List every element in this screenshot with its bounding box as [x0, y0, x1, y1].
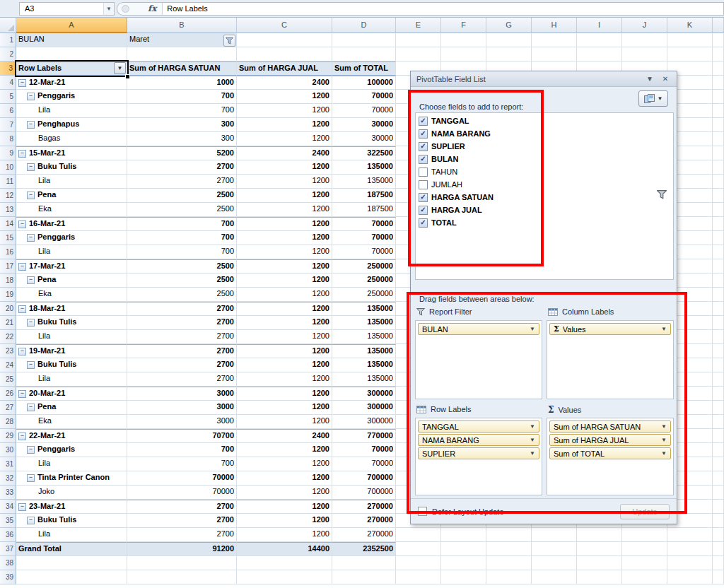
cell-A18[interactable]: −Pena — [16, 274, 127, 288]
cell-A11[interactable]: Lila — [16, 175, 127, 189]
cell-B38[interactable] — [127, 556, 237, 570]
cell-B7[interactable]: 300 — [127, 118, 237, 132]
cell-B34[interactable]: 2700 — [127, 500, 237, 514]
row-header-6[interactable]: 6 — [0, 104, 16, 118]
cell-A9[interactable]: −15-Mar-21 — [16, 146, 127, 160]
cell-C33[interactable]: 1200 — [237, 486, 332, 500]
field-item-bulan[interactable]: ✓BULAN — [416, 153, 673, 165]
cell-B24[interactable]: 2700 — [127, 358, 237, 372]
cell-X19[interactable] — [713, 288, 724, 302]
cell-D13[interactable]: 187500 — [332, 203, 396, 217]
cell-C34[interactable]: 1200 — [237, 500, 332, 514]
cell-A35[interactable]: −Buku Tulis — [16, 514, 127, 528]
field-checkbox[interactable]: ✓ — [419, 155, 428, 164]
cell-C8[interactable]: 1200 — [237, 132, 332, 146]
defer-layout-checkbox[interactable] — [418, 507, 427, 516]
collapse-button[interactable]: − — [18, 433, 26, 440]
cell-J1[interactable] — [622, 33, 667, 47]
name-box-dropdown-icon[interactable]: ▼ — [103, 2, 115, 16]
cell-X5[interactable] — [713, 90, 724, 104]
row-header-32[interactable]: 32 — [0, 471, 16, 486]
cell-X12[interactable] — [713, 189, 724, 203]
cell-A5[interactable]: −Penggaris — [16, 90, 127, 104]
row-header-13[interactable]: 13 — [0, 203, 16, 217]
row-header-31[interactable]: 31 — [0, 457, 16, 471]
collapse-button[interactable]: − — [18, 220, 26, 228]
cell-C29[interactable]: 2400 — [237, 429, 332, 443]
row-header-14[interactable]: 14 — [0, 217, 16, 231]
cell-D22[interactable]: 135000 — [332, 330, 396, 344]
cell-B10[interactable]: 2700 — [127, 160, 237, 175]
column-header-F[interactable]: F — [441, 18, 486, 33]
cell-E37[interactable] — [396, 542, 441, 556]
cell-B13[interactable]: 2500 — [127, 203, 237, 217]
row-header-19[interactable]: 19 — [0, 288, 16, 302]
cell-X23[interactable] — [713, 344, 724, 358]
field-item-nama-barang[interactable]: ✓NAMA BARANG — [416, 127, 673, 140]
cell-C25[interactable]: 1200 — [237, 372, 332, 387]
field-checkbox[interactable]: ✓ — [419, 193, 428, 202]
row-header-5[interactable]: 5 — [0, 90, 16, 104]
cell-B8[interactable]: 300 — [127, 132, 237, 146]
cell-C7[interactable]: 1200 — [237, 118, 332, 132]
cell-D38[interactable] — [332, 556, 396, 570]
collapse-button[interactable]: − — [27, 121, 35, 129]
cell-C27[interactable]: 1200 — [237, 401, 332, 415]
column-header-H[interactable]: H — [532, 18, 577, 33]
cell-C30[interactable]: 1200 — [237, 443, 332, 457]
cell-B15[interactable]: 700 — [127, 231, 237, 245]
cell-K2[interactable] — [667, 47, 713, 61]
cell-C38[interactable] — [237, 556, 332, 570]
cell-A27[interactable]: −Pena — [16, 401, 127, 415]
cell-D37[interactable]: 2352500 — [332, 542, 396, 556]
cell-I1[interactable] — [577, 33, 622, 47]
field-pill-sum-of-harga-jual[interactable]: Sum of HARGA JUAL▼ — [549, 434, 671, 446]
cell-D27[interactable]: 300000 — [332, 401, 396, 415]
cell-C26[interactable]: 1200 — [237, 387, 332, 401]
cell-C20[interactable]: 1200 — [237, 302, 332, 316]
column-header-J[interactable]: J — [622, 18, 667, 33]
cell-X9[interactable] — [713, 146, 724, 160]
cell-B35[interactable]: 2700 — [127, 514, 237, 528]
cell-C4[interactable]: 2400 — [237, 76, 332, 90]
name-box[interactable]: A3 — [19, 2, 103, 16]
column-header-K[interactable]: K — [667, 18, 713, 33]
cell-J37[interactable] — [622, 542, 667, 556]
cell-C1[interactable] — [237, 33, 332, 47]
cell-D25[interactable]: 135000 — [332, 372, 396, 387]
cell-B29[interactable]: 70700 — [127, 429, 237, 443]
cell-G2[interactable] — [486, 47, 532, 61]
cell-B22[interactable]: 2700 — [127, 330, 237, 344]
cell-E1[interactable] — [396, 33, 441, 47]
cell-C9[interactable]: 2400 — [237, 146, 332, 160]
row-header-39[interactable]: 39 — [0, 570, 16, 584]
cell-A19[interactable]: Eka — [16, 288, 127, 302]
cell-X26[interactable] — [713, 387, 724, 401]
cell-B37[interactable]: 91200 — [127, 542, 237, 556]
cell-D21[interactable]: 135000 — [332, 316, 396, 330]
cell-B23[interactable]: 2700 — [127, 344, 237, 358]
row-header-34[interactable]: 34 — [0, 500, 16, 514]
cell-E2[interactable] — [396, 47, 441, 61]
row-header-20[interactable]: 20 — [0, 302, 16, 316]
cell-X32[interactable] — [713, 471, 724, 486]
cell-J36[interactable] — [622, 528, 667, 542]
cell-C3[interactable]: Sum of HARGA JUAL — [237, 61, 332, 76]
collapse-button[interactable]: − — [27, 474, 35, 482]
cell-X15[interactable] — [713, 231, 724, 245]
field-checkbox[interactable]: ✓ — [419, 206, 428, 215]
row-header-17[interactable]: 17 — [0, 259, 16, 274]
cell-B19[interactable]: 2500 — [127, 288, 237, 302]
cell-B1[interactable]: Maret — [127, 33, 237, 47]
row-header-10[interactable]: 10 — [0, 160, 16, 175]
cell-D19[interactable]: 250000 — [332, 288, 396, 302]
row-header-24[interactable]: 24 — [0, 358, 16, 372]
cell-D14[interactable]: 70000 — [332, 217, 396, 231]
cell-I38[interactable] — [577, 556, 622, 570]
collapse-button[interactable]: − — [27, 404, 35, 411]
cell-D8[interactable]: 30000 — [332, 132, 396, 146]
panel-layout-button[interactable]: ▼ — [638, 90, 668, 107]
field-item-tanggal[interactable]: ✓TANGGAL — [416, 114, 673, 127]
field-checkbox[interactable]: ✓ — [419, 142, 428, 151]
cell-X7[interactable] — [713, 118, 724, 132]
